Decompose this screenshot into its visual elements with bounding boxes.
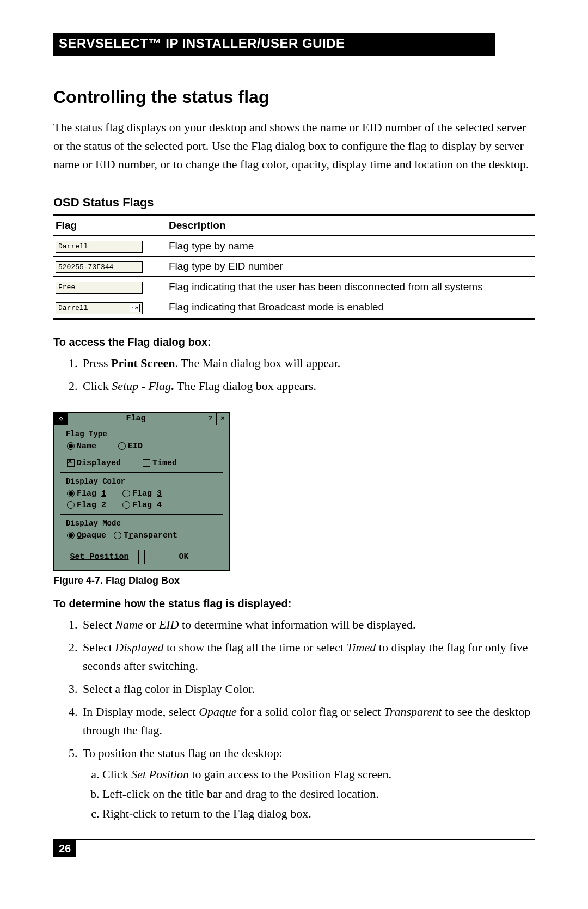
osd-flags-table: Flag Description Darrell Flag type by na… [53, 214, 535, 319]
page: SERVSELECT™ IP INSTALLER/USER GUIDE Cont… [0, 0, 588, 879]
text: The Flag dialog box appears. [177, 379, 316, 393]
text: In Display mode, select [83, 705, 199, 718]
table-row: Darrell Flag type by name [53, 235, 535, 256]
radio-icon [122, 490, 130, 497]
doc-header: SERVSELECT™ IP INSTALLER/USER GUIDE [53, 33, 495, 56]
italic-text: Timed [346, 640, 376, 654]
label: Opaque [77, 531, 106, 540]
text: to determine what information will be di… [179, 618, 416, 631]
desc-cell: Flag indicating that the user has been d… [167, 277, 535, 297]
dialog-titlebar[interactable]: ◇ Flag ? × [54, 413, 229, 425]
list-item: Click Set Position to gain access to the… [102, 765, 535, 784]
dialog-body: Flag Type Name EID Displayed Timed Displ… [54, 425, 229, 570]
page-title: Controlling the status flag [53, 87, 535, 107]
broadcast-icon: ·» [130, 304, 140, 312]
check-icon [67, 459, 75, 467]
label: Timed [152, 459, 177, 468]
list-item: To position the status flag on the deskt… [81, 744, 535, 822]
italic-text: Displayed [115, 640, 163, 654]
help-button[interactable]: ? [204, 413, 216, 425]
figure-caption: Figure 4-7. Flag Dialog Box [53, 575, 535, 587]
italic-text: Name [115, 618, 143, 631]
text: . [171, 379, 177, 393]
list-item: Select Name or EID to determine what inf… [81, 615, 535, 634]
label: Flag 1 [77, 489, 106, 498]
check-displayed[interactable]: Displayed [67, 459, 121, 468]
set-position-button[interactable]: Set Position [60, 550, 139, 564]
label: Flag 2 [77, 501, 106, 510]
group-legend: Flag Type [65, 430, 108, 438]
desc-cell: Flag type by EID number [167, 256, 535, 277]
radio-icon [67, 490, 75, 497]
table-row: 520255-73F344 Flag type by EID number [53, 256, 535, 277]
page-number: 26 [53, 840, 76, 857]
radio-name[interactable]: Name [67, 442, 96, 451]
radio-icon [67, 501, 75, 509]
radio-opaque[interactable]: Opaque [67, 531, 106, 540]
label: Name [77, 442, 96, 451]
radio-flag1[interactable]: Flag 1 [67, 489, 106, 498]
determine-steps: Select Name or EID to determine what inf… [53, 615, 535, 823]
radio-eid[interactable]: EID [118, 442, 143, 451]
text: Select [83, 640, 115, 654]
radio-icon [122, 501, 130, 509]
list-item: Press Print Screen. The Main dialog box … [81, 354, 535, 373]
radio-icon [118, 442, 126, 450]
group-legend: Display Color [65, 477, 126, 486]
flag-chip-name: Darrell [56, 241, 143, 253]
text: to gain access to the Position Flag scre… [189, 767, 391, 781]
flag-chip-eid: 520255-73F344 [56, 261, 143, 273]
th-flag: Flag [53, 215, 167, 235]
flag-dialog: ◇ Flag ? × Flag Type Name EID Displayed … [53, 412, 230, 571]
radio-flag2[interactable]: Flag 2 [67, 501, 106, 510]
italic-text: Opaque [199, 705, 237, 718]
text: Press [83, 356, 111, 370]
list-item: Select Displayed to show the flag all th… [81, 638, 535, 675]
display-mode-group: Display Mode Opaque Transparent [60, 519, 223, 545]
th-desc: Description [167, 215, 535, 235]
italic-text: EID [159, 618, 179, 631]
intro-paragraph: The status flag displays on your desktop… [53, 118, 535, 174]
list-item: Left-click on the title bar and drag to … [102, 785, 535, 803]
label: Flag 4 [132, 501, 162, 510]
list-item: Click Setup - Flag. The Flag dialog box … [81, 377, 535, 395]
label: Transparent [124, 531, 177, 540]
radio-icon [67, 532, 75, 539]
radio-flag3[interactable]: Flag 3 [122, 489, 162, 498]
radio-icon [67, 442, 75, 450]
italic-text: Setup - Flag [112, 379, 171, 393]
italic-text: Transparent [384, 705, 442, 718]
ok-button[interactable]: OK [144, 550, 223, 564]
flag-chip-broadcast: Darrell ·» [56, 302, 143, 314]
text: or [143, 618, 159, 631]
desc-cell: Flag type by name [167, 235, 535, 256]
text: Select [83, 618, 115, 631]
table-heading: OSD Status Flags [53, 196, 535, 210]
desc-cell: Flag indicating that Broadcast mode is e… [167, 297, 535, 319]
radio-icon [114, 532, 121, 539]
list-item: In Display mode, select Opaque for a sol… [81, 703, 535, 740]
label: Displayed [77, 459, 121, 468]
text: Click [102, 767, 131, 781]
footer-rule [53, 839, 535, 840]
italic-text: Set Position [131, 767, 189, 781]
display-color-group: Display Color Flag 1 Flag 3 Flag 2 Flag … [60, 477, 223, 515]
flag-chip-free: Free [56, 282, 143, 294]
access-steps: Press Print Screen. The Main dialog box … [53, 354, 535, 395]
close-button[interactable]: × [216, 413, 229, 425]
label: EID [128, 442, 143, 451]
table-row: Free Flag indicating that the user has b… [53, 277, 535, 297]
check-icon [143, 459, 150, 467]
radio-transparent[interactable]: Transparent [114, 531, 177, 540]
dialog-system-icon[interactable]: ◇ [54, 413, 68, 425]
label: Flag 3 [132, 489, 162, 498]
check-timed[interactable]: Timed [143, 459, 177, 468]
group-legend: Display Mode [65, 519, 122, 528]
dialog-title-text: Flag [68, 413, 204, 424]
text: . The Main dialog box will appear. [175, 356, 340, 370]
table-row: Darrell ·» Flag indicating that Broadcas… [53, 297, 535, 319]
determine-heading: To determine how the status flag is disp… [53, 597, 535, 610]
list-item: Right-click to return to the Flag dialog… [102, 804, 535, 823]
text: To position the status flag on the deskt… [83, 746, 283, 760]
radio-flag4[interactable]: Flag 4 [122, 501, 162, 510]
